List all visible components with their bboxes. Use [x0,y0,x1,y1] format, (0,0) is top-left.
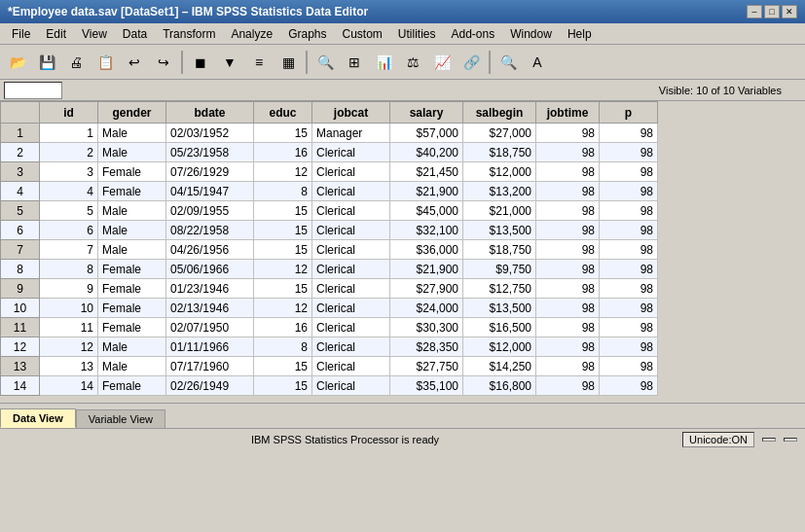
cell-id-0[interactable]: 1 [40,124,98,143]
cell-p-0[interactable]: 98 [600,124,658,143]
cell-gender-0[interactable]: Male [98,124,166,143]
cell-jobcat-6[interactable]: Clerical [312,240,390,260]
cell-reference-input[interactable] [4,82,62,99]
tab-variable-view[interactable]: Variable View [76,409,165,428]
menu-item-data[interactable]: Data [115,25,155,43]
cell-jobtime-1[interactable]: 98 [536,143,600,162]
cell-salbegin-10[interactable]: $16,500 [463,318,536,337]
menu-item-transform[interactable]: Transform [155,25,223,43]
menu-item-graphs[interactable]: Graphs [280,25,334,43]
cell-jobcat-13[interactable]: Clerical [312,376,390,396]
cell-educ-0[interactable]: 15 [254,124,312,143]
cell-bdate-2[interactable]: 07/26/1929 [166,162,254,182]
cell-educ-5[interactable]: 15 [254,221,312,240]
cell-jobtime-6[interactable]: 98 [536,240,600,260]
cell-jobcat-0[interactable]: Manager [312,124,390,143]
minimize-button[interactable]: – [747,5,762,18]
toolbar-btn-13[interactable]: ⊞ [341,49,368,76]
cell-p-10[interactable]: 98 [600,318,658,337]
cell-salbegin-12[interactable]: $14,250 [463,357,536,376]
toolbar-btn-14[interactable]: 📊 [370,49,397,76]
cell-id-4[interactable]: 5 [40,201,98,221]
cell-jobtime-3[interactable]: 98 [536,182,600,201]
cell-rownum-8[interactable]: 9 [1,279,40,299]
cell-jobtime-9[interactable]: 98 [536,299,600,318]
cell-bdate-0[interactable]: 02/03/1952 [166,124,254,143]
cell-educ-7[interactable]: 12 [254,260,312,279]
menu-item-window[interactable]: Window [502,25,560,43]
cell-jobcat-7[interactable]: Clerical [312,260,390,279]
cell-educ-2[interactable]: 12 [254,162,312,182]
toolbar-btn-20[interactable]: A [524,49,551,76]
cell-educ-9[interactable]: 12 [254,299,312,318]
toolbar-btn-2[interactable]: 🖨 [62,49,90,76]
cell-salbegin-3[interactable]: $13,200 [463,182,536,201]
cell-salary-6[interactable]: $36,000 [390,240,463,260]
cell-gender-5[interactable]: Male [98,221,166,240]
cell-jobcat-11[interactable]: Clerical [312,337,390,357]
cell-jobtime-2[interactable]: 98 [536,162,600,182]
cell-educ-12[interactable]: 15 [254,357,312,376]
toolbar-btn-17[interactable]: 🔗 [457,49,485,76]
menu-item-edit[interactable]: Edit [38,25,74,43]
maximize-button[interactable]: □ [764,5,780,18]
cell-jobcat-10[interactable]: Clerical [312,318,390,337]
cell-salbegin-1[interactable]: $18,750 [463,143,536,162]
cell-id-13[interactable]: 14 [40,376,98,396]
cell-id-7[interactable]: 8 [40,260,98,279]
toolbar-btn-16[interactable]: 📈 [428,49,456,76]
menu-item-utilities[interactable]: Utilities [390,25,444,43]
cell-jobtime-4[interactable]: 98 [536,201,600,221]
cell-gender-11[interactable]: Male [98,337,166,357]
cell-educ-11[interactable]: 8 [254,337,312,357]
cell-p-3[interactable]: 98 [600,182,658,201]
cell-id-6[interactable]: 7 [40,240,98,260]
toolbar-btn-10[interactable]: ▦ [274,49,302,76]
cell-educ-8[interactable]: 15 [254,279,312,299]
cell-jobcat-5[interactable]: Clerical [312,221,390,240]
cell-gender-8[interactable]: Female [98,279,166,299]
cell-salbegin-4[interactable]: $21,000 [463,201,536,221]
cell-salary-11[interactable]: $28,350 [390,337,463,357]
cell-id-2[interactable]: 3 [40,162,98,182]
cell-id-8[interactable]: 9 [40,279,98,299]
cell-salary-1[interactable]: $40,200 [390,143,463,162]
menu-item-analyze[interactable]: Analyze [223,25,280,43]
cell-jobcat-3[interactable]: Clerical [312,182,390,201]
toolbar-btn-8[interactable]: ▼ [216,49,243,76]
cell-gender-13[interactable]: Female [98,376,166,396]
cell-rownum-11[interactable]: 12 [1,337,40,357]
cell-salary-5[interactable]: $32,100 [390,221,463,240]
cell-gender-9[interactable]: Female [98,299,166,318]
cell-jobcat-9[interactable]: Clerical [312,299,390,318]
cell-jobtime-12[interactable]: 98 [536,357,600,376]
cell-bdate-5[interactable]: 08/22/1958 [166,221,254,240]
cell-p-13[interactable]: 98 [600,376,658,396]
cell-rownum-1[interactable]: 2 [1,143,40,162]
cell-jobtime-5[interactable]: 98 [536,221,600,240]
cell-bdate-7[interactable]: 05/06/1966 [166,260,254,279]
col-header-educ[interactable]: educ [254,102,312,124]
cell-gender-1[interactable]: Male [98,143,166,162]
cell-id-9[interactable]: 10 [40,299,98,318]
cell-jobtime-0[interactable]: 98 [536,124,600,143]
col-header-id[interactable]: id [40,102,98,124]
cell-salary-3[interactable]: $21,900 [390,182,463,201]
cell-bdate-1[interactable]: 05/23/1958 [166,143,254,162]
cell-jobcat-12[interactable]: Clerical [312,357,390,376]
col-header-bdate[interactable]: bdate [166,102,254,124]
cell-educ-1[interactable]: 16 [254,143,312,162]
cell-rownum-6[interactable]: 7 [1,240,40,260]
cell-gender-4[interactable]: Male [98,201,166,221]
toolbar-btn-1[interactable]: 💾 [33,49,60,76]
cell-id-5[interactable]: 6 [40,221,98,240]
col-header-p[interactable]: p [600,102,658,124]
close-button[interactable]: ✕ [782,5,797,18]
toolbar-btn-9[interactable]: ≡ [245,49,273,76]
cell-salary-2[interactable]: $21,450 [390,162,463,182]
cell-rownum-4[interactable]: 5 [1,201,40,221]
data-table-container[interactable]: idgenderbdateeducjobcatsalarysalbeginjob… [0,101,805,403]
menu-item-view[interactable]: View [74,25,115,43]
cell-salary-10[interactable]: $30,300 [390,318,463,337]
cell-rownum-0[interactable]: 1 [1,124,40,143]
